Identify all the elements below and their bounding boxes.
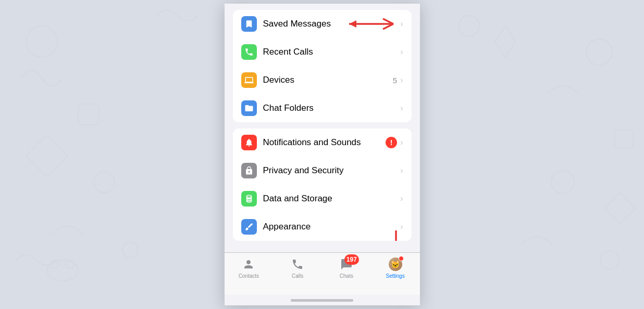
svg-rect-1: [78, 104, 99, 125]
lock-icon: [244, 166, 254, 175]
tab-bar: Contacts Calls 197 Chats: [225, 252, 420, 295]
appearance-right: ›: [400, 222, 403, 231]
appearance-chevron: ›: [400, 222, 403, 231]
calls-icon-wrap: [290, 257, 305, 272]
appearance-icon-box: [241, 219, 257, 235]
saved-messages-label: Saved Messages: [263, 19, 401, 29]
settings-tab-label: Settings: [386, 273, 405, 279]
tab-contacts[interactable]: Contacts: [225, 257, 274, 279]
svg-point-11: [459, 16, 479, 36]
devices-chevron: ›: [400, 75, 403, 85]
privacy-right: ›: [400, 166, 403, 175]
home-bar: [291, 299, 353, 302]
devices-row[interactable]: Devices 5 ›: [233, 66, 412, 94]
calls-tab-label: Calls: [292, 273, 303, 279]
devices-badge: 5: [393, 76, 397, 85]
svg-rect-5: [615, 130, 633, 148]
recent-calls-icon-box: [241, 44, 257, 60]
chats-tab-label: Chats: [340, 273, 353, 279]
recent-calls-row[interactable]: Recent Calls ›: [233, 38, 412, 66]
notifications-sounds-label: Notifications and Sounds: [263, 137, 386, 148]
recent-calls-label: Recent Calls: [263, 47, 401, 57]
notifications-icon-box: [241, 135, 257, 150]
svg-point-2: [94, 172, 115, 192]
privacy-icon-box: [241, 163, 257, 178]
settings-icon-wrap: 🐱: [388, 257, 403, 272]
chat-folders-label: Chat Folders: [263, 103, 401, 113]
chats-icon-wrap: 197: [339, 257, 354, 272]
bell-icon: [244, 138, 254, 147]
settings-group-2: Notifications and Sounds ! › Privacy and…: [233, 128, 412, 241]
settings-group-1: Saved Messages › Recent Calls ›: [233, 10, 412, 122]
chat-folders-right: ›: [400, 104, 403, 113]
svg-point-4: [586, 39, 612, 65]
chat-folders-icon-box: [241, 100, 257, 116]
notifications-chevron: ›: [400, 138, 403, 147]
tab-chats[interactable]: 197 Chats: [322, 257, 371, 279]
chat-folders-chevron: ›: [400, 104, 403, 113]
phone-icon: [244, 47, 254, 57]
contacts-tab-icon: [242, 258, 255, 271]
data-right: ›: [400, 194, 403, 203]
devices-icon-box: [241, 72, 257, 88]
saved-messages-right: ›: [400, 19, 403, 29]
contacts-tab-label: Contacts: [239, 273, 259, 279]
notifications-right: ! ›: [386, 137, 403, 148]
svg-point-9: [51, 260, 59, 268]
appearance-label: Appearance: [263, 222, 401, 232]
contacts-icon-wrap: [241, 257, 256, 272]
notification-badge: !: [386, 137, 397, 148]
folder-icon: [244, 104, 254, 113]
svg-point-10: [66, 260, 75, 268]
data-storage-row[interactable]: Data and Storage ›: [233, 185, 412, 213]
chats-badge: 197: [344, 254, 359, 265]
data-storage-label: Data and Storage: [263, 194, 401, 204]
tab-settings[interactable]: 🐱 Settings: [371, 257, 420, 279]
phone-screen: Saved Messages › Recent Calls ›: [225, 4, 420, 305]
down-arrow-annotation: [386, 230, 406, 241]
cylinder-icon: [244, 194, 254, 203]
saved-messages-icon-box: [241, 16, 257, 32]
home-indicator: [225, 295, 420, 305]
svg-point-3: [122, 242, 138, 258]
settings-scroll-area[interactable]: Saved Messages › Recent Calls ›: [225, 4, 420, 252]
saved-messages-row[interactable]: Saved Messages ›: [233, 10, 412, 38]
svg-point-6: [551, 171, 574, 194]
recent-calls-right: ›: [400, 47, 403, 57]
privacy-security-label: Privacy and Security: [263, 165, 401, 176]
recent-calls-chevron: ›: [400, 47, 403, 57]
tab-calls[interactable]: Calls: [273, 257, 322, 279]
brush-icon: [244, 222, 254, 231]
chat-folders-row[interactable]: Chat Folders ›: [233, 94, 412, 122]
notifications-sounds-row[interactable]: Notifications and Sounds ! ›: [233, 128, 412, 157]
privacy-security-row[interactable]: Privacy and Security ›: [233, 157, 412, 185]
bookmark-icon: [244, 19, 254, 29]
data-chevron: ›: [400, 194, 403, 203]
svg-point-8: [47, 260, 78, 281]
calls-tab-icon: [291, 258, 304, 271]
laptop-icon: [244, 75, 254, 85]
svg-point-7: [600, 251, 619, 269]
saved-messages-chevron: ›: [400, 19, 403, 29]
devices-right: 5 ›: [393, 75, 403, 85]
data-icon-box: [241, 191, 257, 207]
devices-label: Devices: [263, 75, 393, 85]
privacy-chevron: ›: [400, 166, 403, 175]
settings-badge-dot: [399, 256, 404, 261]
appearance-row[interactable]: Appearance ›: [233, 213, 412, 241]
svg-point-0: [26, 26, 57, 57]
